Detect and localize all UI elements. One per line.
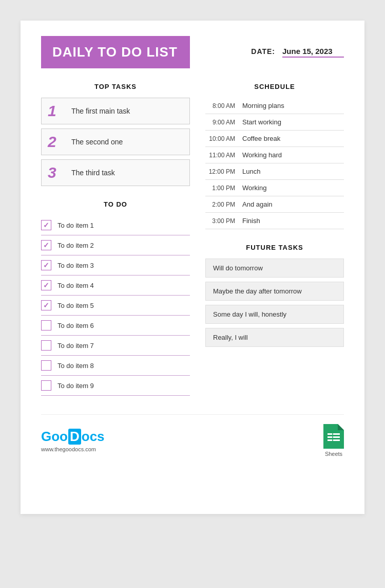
two-col-layout: TOP TASKS 1 The first main task 2 The se… xyxy=(41,83,344,396)
future-item-2: Maybe the day after tomorrow xyxy=(205,282,344,301)
sched-time-2: 9:00 AM xyxy=(205,119,242,126)
sched-event-2: Start working xyxy=(242,118,281,126)
brand-name: GooDocs xyxy=(41,429,105,445)
task-number-1: 1 xyxy=(48,103,66,119)
svg-rect-4 xyxy=(328,439,340,441)
sched-time-5: 12:00 PM xyxy=(205,168,242,175)
task-item-3: 3 The third task xyxy=(41,159,190,186)
future-item-1: Will do tomorrow xyxy=(205,259,344,278)
todo-item-8: To do item 8 xyxy=(41,356,190,376)
schedule-row-7: 2:00 PM And again xyxy=(205,196,344,213)
sched-time-6: 1:00 PM xyxy=(205,185,242,192)
future-item-3: Some day I will, honestly xyxy=(205,305,344,324)
header: DAILY TO DO LIST DATE: June 15, 2023 xyxy=(41,36,344,68)
task-label-1: The first main task xyxy=(71,107,130,115)
checkbox-2[interactable] xyxy=(41,240,51,250)
todo-label-1: To do item 1 xyxy=(57,222,94,229)
checkbox-4[interactable] xyxy=(41,280,51,290)
todo-label-7: To do item 7 xyxy=(57,342,94,350)
sched-time-7: 2:00 PM xyxy=(205,201,242,208)
sheets-label: Sheets xyxy=(325,451,342,457)
checkbox-7[interactable] xyxy=(41,340,51,351)
sched-event-7: And again xyxy=(242,200,273,208)
svg-rect-2 xyxy=(328,433,340,435)
sched-time-3: 10:00 AM xyxy=(205,135,242,142)
task-item-2: 2 The second one xyxy=(41,128,190,155)
top-tasks-section: TOP TASKS 1 The first main task 2 The se… xyxy=(41,83,190,186)
schedule-section: SCHEDULE 8:00 AM Morning plans 9:00 AM S… xyxy=(205,83,344,229)
brand: GooDocs www.thegoodocs.com xyxy=(41,429,105,452)
sched-time-4: 11:00 AM xyxy=(205,152,242,159)
page: DAILY TO DO LIST DATE: June 15, 2023 TOP… xyxy=(21,21,364,514)
svg-marker-1 xyxy=(338,424,344,430)
title-box: DAILY TO DO LIST xyxy=(41,36,190,68)
sched-event-4: Working hard xyxy=(242,151,282,159)
checkbox-6[interactable] xyxy=(41,320,51,330)
todo-item-5: To do item 5 xyxy=(41,296,190,316)
brand-d: D xyxy=(68,429,81,445)
todo-label-2: To do item 2 xyxy=(57,242,94,249)
checkbox-1[interactable] xyxy=(41,220,51,230)
todo-label-8: To do item 8 xyxy=(57,362,94,370)
task-item-1: 1 The first main task xyxy=(41,98,190,124)
schedule-title: SCHEDULE xyxy=(205,83,344,90)
todo-label-3: To do item 3 xyxy=(57,262,94,269)
schedule-row-3: 10:00 AM Coffee break xyxy=(205,131,344,147)
sched-event-8: Finish xyxy=(242,217,260,225)
brand-url: www.thegoodocs.com xyxy=(41,446,105,452)
date-row: DATE: June 15, 2023 xyxy=(251,47,344,58)
schedule-row-4: 11:00 AM Working hard xyxy=(205,147,344,163)
checkbox-5[interactable] xyxy=(41,300,51,310)
future-item-4: Really, I will xyxy=(205,328,344,347)
todo-item-9: To do item 9 xyxy=(41,376,190,396)
checkbox-9[interactable] xyxy=(41,380,51,391)
sheets-svg xyxy=(323,424,344,449)
svg-rect-3 xyxy=(328,436,340,438)
todo-item-6: To do item 6 xyxy=(41,316,190,336)
brand-ocs: ocs xyxy=(82,429,105,444)
footer: GooDocs www.thegoodocs.com Sheets xyxy=(41,414,344,457)
sched-event-1: Morning plans xyxy=(242,102,284,109)
todo-label-4: To do item 4 xyxy=(57,282,94,289)
todo-item-2: To do item 2 xyxy=(41,235,190,255)
todo-label-9: To do item 9 xyxy=(57,382,94,390)
schedule-row-6: 1:00 PM Working xyxy=(205,180,344,196)
task-label-3: The third task xyxy=(71,169,115,177)
top-tasks-title: TOP TASKS xyxy=(41,83,190,90)
sched-event-6: Working xyxy=(242,184,266,192)
todo-label-6: To do item 6 xyxy=(57,322,94,329)
schedule-row-1: 8:00 AM Morning plans xyxy=(205,98,344,114)
date-value: June 15, 2023 xyxy=(282,47,344,58)
task-label-2: The second one xyxy=(71,138,123,146)
task-number-2: 2 xyxy=(48,134,66,150)
todo-label-5: To do item 5 xyxy=(57,302,94,309)
sched-time-1: 8:00 AM xyxy=(205,102,242,109)
checkbox-8[interactable] xyxy=(41,360,51,371)
sched-time-8: 3:00 PM xyxy=(205,217,242,225)
future-tasks-section: FUTURE TASKS Will do tomorrow Maybe the … xyxy=(205,244,344,347)
schedule-row-5: 12:00 PM Lunch xyxy=(205,163,344,180)
todo-item-3: To do item 3 xyxy=(41,255,190,275)
checkbox-3[interactable] xyxy=(41,260,51,270)
todo-item-7: To do item 7 xyxy=(41,336,190,356)
sheets-icon: Sheets xyxy=(323,424,344,457)
sched-event-3: Coffee break xyxy=(242,135,280,142)
left-column: TOP TASKS 1 The first main task 2 The se… xyxy=(41,83,190,396)
todo-section: TO DO To do item 1 To do item 2 To do it… xyxy=(41,200,190,396)
schedule-row-8: 3:00 PM Finish xyxy=(205,213,344,229)
date-section: DATE: June 15, 2023 xyxy=(251,47,344,58)
right-column: SCHEDULE 8:00 AM Morning plans 9:00 AM S… xyxy=(205,83,344,351)
todo-title: TO DO xyxy=(41,200,190,208)
todo-item-4: To do item 4 xyxy=(41,275,190,296)
brand-goo: Goo xyxy=(41,429,68,444)
page-title: DAILY TO DO LIST xyxy=(52,44,178,60)
sched-event-5: Lunch xyxy=(242,168,260,175)
schedule-row-2: 9:00 AM Start working xyxy=(205,114,344,131)
task-number-3: 3 xyxy=(48,165,66,180)
todo-item-1: To do item 1 xyxy=(41,215,190,235)
date-label: DATE: xyxy=(251,47,275,56)
future-tasks-title: FUTURE TASKS xyxy=(205,244,344,251)
